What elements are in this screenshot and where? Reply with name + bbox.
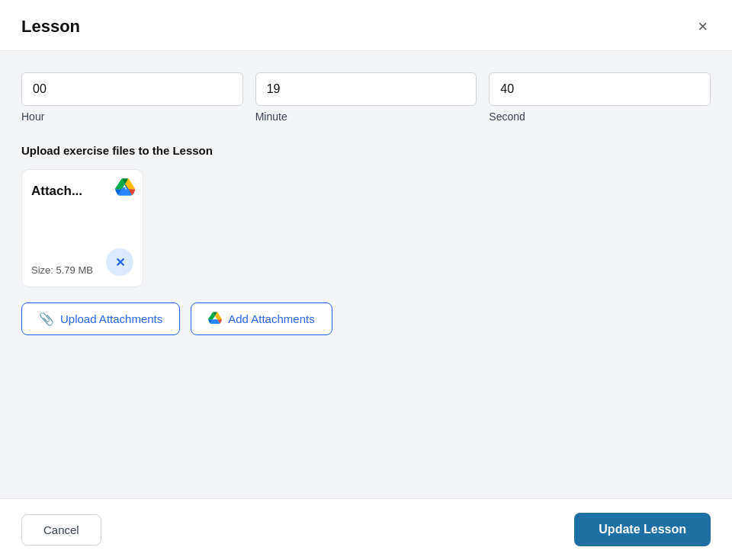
second-label: Second xyxy=(489,110,711,123)
upload-attachments-button[interactable]: 📎 Upload Attachments xyxy=(21,302,180,335)
dialog-body: Hour Minute Second Upload exercise files… xyxy=(0,51,732,498)
add-attachments-label: Add Attachments xyxy=(228,312,314,325)
update-lesson-button[interactable]: Update Lesson xyxy=(574,513,711,546)
drive-logo-icon xyxy=(115,178,135,199)
hour-label: Hour xyxy=(21,110,243,123)
minute-input[interactable] xyxy=(255,72,477,106)
dialog-overlay: Lesson × Hour Minute Second xyxy=(0,0,732,560)
add-drive-icon xyxy=(208,312,222,326)
cancel-button[interactable]: Cancel xyxy=(21,514,101,546)
dialog-footer: Cancel Update Lesson xyxy=(0,498,732,560)
hour-field: Hour xyxy=(21,72,243,123)
hour-input[interactable] xyxy=(21,72,243,106)
time-row: Hour Minute Second xyxy=(21,72,711,123)
attachments-grid: Attach... Size: 5.79 MB ✕ xyxy=(21,169,711,287)
add-attachments-button[interactable]: Add Attachments xyxy=(191,302,332,335)
upload-attachments-label: Upload Attachments xyxy=(60,312,162,325)
upload-section-label: Upload exercise files to the Lesson xyxy=(21,144,711,157)
second-field: Second xyxy=(489,72,711,123)
remove-x-icon: ✕ xyxy=(115,255,125,270)
close-button[interactable]: × xyxy=(695,15,711,38)
action-buttons: 📎 Upload Attachments Ad xyxy=(21,302,711,335)
second-input[interactable] xyxy=(489,72,711,106)
paperclip-icon: 📎 xyxy=(39,312,54,326)
minute-field: Minute xyxy=(255,72,477,123)
dialog-title: Lesson xyxy=(21,17,80,37)
lesson-dialog: Lesson × Hour Minute Second xyxy=(0,0,732,560)
attachment-card: Attach... Size: 5.79 MB ✕ xyxy=(21,169,143,287)
minute-label: Minute xyxy=(255,110,477,123)
dialog-header: Lesson × xyxy=(0,0,732,51)
attachment-remove-button[interactable]: ✕ xyxy=(106,248,133,276)
